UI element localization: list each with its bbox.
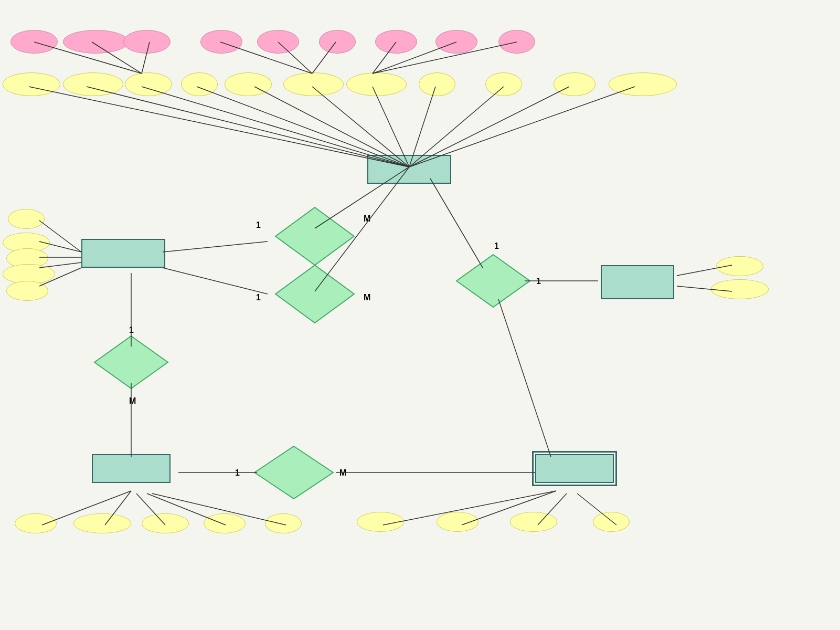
attr-year [593, 512, 630, 532]
rel-dept-course [92, 333, 171, 391]
attr-num-grade [716, 256, 763, 276]
card-major-1: 1 [256, 220, 261, 230]
rel-major-dept [273, 205, 357, 268]
svg-line-1 [87, 87, 409, 167]
attr-degree-program [609, 72, 677, 96]
rel-student-sect [454, 252, 533, 310]
attr-dept-name [8, 209, 45, 229]
attr-ssn [181, 72, 218, 96]
attr-perm-phone [63, 72, 123, 96]
attr-curr-phone [3, 72, 60, 96]
attr-middle-initial [63, 30, 129, 54]
attr-course-desc [73, 513, 131, 533]
attr-curr-state [257, 30, 299, 54]
attr-curr-address [283, 72, 344, 96]
attr-perm-address [346, 72, 407, 96]
svg-marker-48 [275, 265, 354, 323]
attr-student-name [125, 72, 172, 96]
rel-minor-dept [273, 262, 357, 326]
attr-dob [419, 72, 455, 96]
attr-instructor [357, 512, 404, 532]
entity-course [92, 454, 171, 483]
entity-section [535, 454, 614, 483]
card-studentsect-1right: 1 [536, 277, 541, 286]
rel-course-section [252, 444, 336, 501]
card-deptcourse-m: M [129, 396, 136, 406]
attr-class [554, 72, 596, 96]
card-coursesect-m: M [339, 468, 346, 478]
attr-perm-state [435, 30, 477, 54]
card-deptcourse-1: 1 [129, 326, 134, 335]
attr-sex [485, 72, 522, 96]
attr-first [10, 30, 58, 54]
svg-marker-49 [456, 255, 530, 307]
svg-line-21 [163, 242, 268, 252]
entity-department [81, 239, 165, 268]
svg-marker-50 [94, 336, 168, 388]
attr-sect-num [437, 512, 479, 532]
svg-line-23 [163, 268, 268, 294]
attr-student-num [225, 72, 272, 96]
attr-course-level [265, 513, 302, 533]
svg-line-25 [498, 299, 551, 457]
card-minor-1: 1 [256, 293, 261, 302]
svg-marker-51 [254, 446, 333, 499]
entity-grade-report [601, 265, 674, 299]
attr-last [123, 30, 171, 54]
attr-curr-city [200, 30, 242, 54]
card-major-m: M [364, 214, 370, 224]
attr-letter-grade [711, 279, 769, 299]
card-minor-m: M [364, 293, 370, 302]
card-studentsect-1top: 1 [494, 242, 499, 251]
attr-college [6, 281, 48, 301]
attr-perm-zip [498, 30, 535, 54]
attr-course-hours [204, 513, 246, 533]
attr-course-name [15, 513, 57, 533]
entity-students [367, 155, 451, 184]
svg-marker-47 [275, 207, 354, 265]
svg-line-0 [29, 87, 409, 167]
attr-semester [510, 512, 557, 532]
attr-curr-zip [319, 30, 356, 54]
attr-course-num [142, 513, 189, 533]
attr-perm-city [375, 30, 417, 54]
card-coursesect-1: 1 [235, 468, 240, 478]
